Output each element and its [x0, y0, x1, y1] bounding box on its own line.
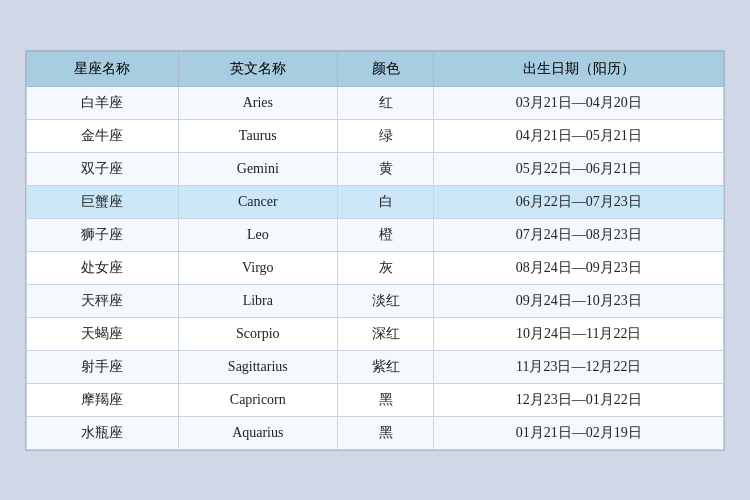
- cell-r7-c0: 天蝎座: [27, 317, 179, 350]
- cell-r1-c2: 绿: [337, 119, 434, 152]
- table-row: 水瓶座Aquarius黑01月21日—02月19日: [27, 416, 724, 449]
- cell-r10-c3: 01月21日—02月19日: [434, 416, 724, 449]
- cell-r2-c2: 黄: [337, 152, 434, 185]
- header-col-2: 颜色: [337, 51, 434, 86]
- cell-r5-c2: 灰: [337, 251, 434, 284]
- header-col-0: 星座名称: [27, 51, 179, 86]
- table-row: 天蝎座Scorpio深红10月24日—11月22日: [27, 317, 724, 350]
- table-header-row: 星座名称英文名称颜色出生日期（阳历）: [27, 51, 724, 86]
- cell-r7-c2: 深红: [337, 317, 434, 350]
- cell-r0-c1: Aries: [178, 86, 337, 119]
- cell-r5-c1: Virgo: [178, 251, 337, 284]
- cell-r2-c3: 05月22日—06月21日: [434, 152, 724, 185]
- cell-r8-c1: Sagittarius: [178, 350, 337, 383]
- cell-r7-c1: Scorpio: [178, 317, 337, 350]
- cell-r5-c0: 处女座: [27, 251, 179, 284]
- table-row: 天秤座Libra淡红09月24日—10月23日: [27, 284, 724, 317]
- table-row: 双子座Gemini黄05月22日—06月21日: [27, 152, 724, 185]
- cell-r6-c2: 淡红: [337, 284, 434, 317]
- table-row: 射手座Sagittarius紫红11月23日—12月22日: [27, 350, 724, 383]
- cell-r9-c0: 摩羯座: [27, 383, 179, 416]
- table-row: 巨蟹座Cancer白06月22日—07月23日: [27, 185, 724, 218]
- cell-r9-c2: 黑: [337, 383, 434, 416]
- cell-r3-c0: 巨蟹座: [27, 185, 179, 218]
- table-row: 白羊座Aries红03月21日—04月20日: [27, 86, 724, 119]
- cell-r4-c3: 07月24日—08月23日: [434, 218, 724, 251]
- cell-r1-c3: 04月21日—05月21日: [434, 119, 724, 152]
- cell-r3-c2: 白: [337, 185, 434, 218]
- cell-r8-c2: 紫红: [337, 350, 434, 383]
- table-row: 金牛座Taurus绿04月21日—05月21日: [27, 119, 724, 152]
- header-col-1: 英文名称: [178, 51, 337, 86]
- cell-r5-c3: 08月24日—09月23日: [434, 251, 724, 284]
- cell-r10-c1: Aquarius: [178, 416, 337, 449]
- zodiac-table-container: 星座名称英文名称颜色出生日期（阳历） 白羊座Aries红03月21日—04月20…: [25, 50, 725, 451]
- cell-r3-c1: Cancer: [178, 185, 337, 218]
- table-row: 摩羯座Capricorn黑12月23日—01月22日: [27, 383, 724, 416]
- cell-r3-c3: 06月22日—07月23日: [434, 185, 724, 218]
- cell-r6-c0: 天秤座: [27, 284, 179, 317]
- cell-r9-c3: 12月23日—01月22日: [434, 383, 724, 416]
- cell-r0-c2: 红: [337, 86, 434, 119]
- cell-r10-c0: 水瓶座: [27, 416, 179, 449]
- cell-r1-c0: 金牛座: [27, 119, 179, 152]
- zodiac-table: 星座名称英文名称颜色出生日期（阳历） 白羊座Aries红03月21日—04月20…: [26, 51, 724, 450]
- cell-r10-c2: 黑: [337, 416, 434, 449]
- cell-r7-c3: 10月24日—11月22日: [434, 317, 724, 350]
- table-row: 处女座Virgo灰08月24日—09月23日: [27, 251, 724, 284]
- cell-r4-c1: Leo: [178, 218, 337, 251]
- cell-r8-c0: 射手座: [27, 350, 179, 383]
- table-row: 狮子座Leo橙07月24日—08月23日: [27, 218, 724, 251]
- cell-r0-c3: 03月21日—04月20日: [434, 86, 724, 119]
- cell-r4-c0: 狮子座: [27, 218, 179, 251]
- header-col-3: 出生日期（阳历）: [434, 51, 724, 86]
- cell-r2-c0: 双子座: [27, 152, 179, 185]
- cell-r6-c3: 09月24日—10月23日: [434, 284, 724, 317]
- cell-r9-c1: Capricorn: [178, 383, 337, 416]
- cell-r1-c1: Taurus: [178, 119, 337, 152]
- cell-r8-c3: 11月23日—12月22日: [434, 350, 724, 383]
- cell-r0-c0: 白羊座: [27, 86, 179, 119]
- cell-r2-c1: Gemini: [178, 152, 337, 185]
- cell-r4-c2: 橙: [337, 218, 434, 251]
- cell-r6-c1: Libra: [178, 284, 337, 317]
